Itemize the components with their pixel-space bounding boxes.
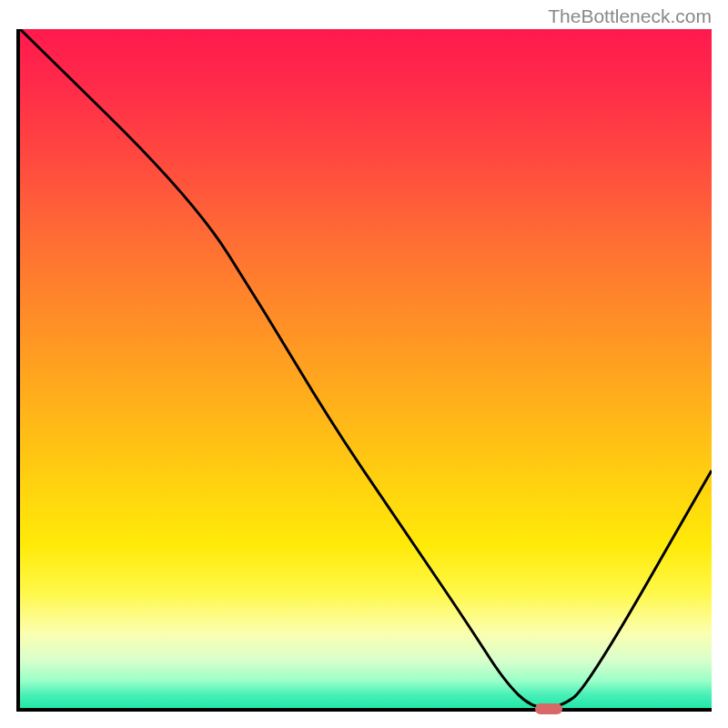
optimal-marker [535,703,562,714]
gradient-background [20,29,712,708]
watermark-text: TheBottleneck.com [548,5,712,27]
plot-area [16,29,712,712]
